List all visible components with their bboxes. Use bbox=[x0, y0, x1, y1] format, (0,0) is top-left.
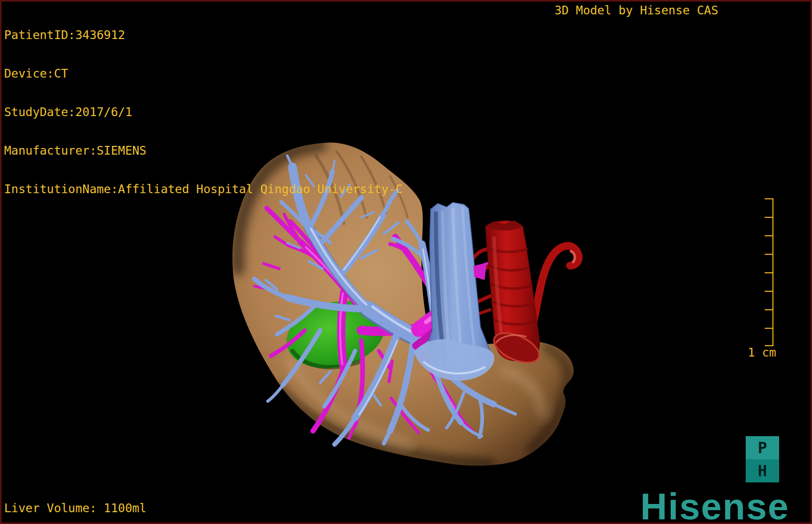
institution-line: InstitutionName:Affiliated Hospital Qing… bbox=[4, 183, 402, 196]
scale-bar-tick bbox=[765, 217, 773, 218]
scale-bar-tick bbox=[765, 291, 773, 292]
study-date-line: StudyDate:2017/6/1 bbox=[4, 106, 402, 119]
inferior-vena-cava bbox=[414, 202, 494, 381]
app-watermark: 3D Model by Hisense CAS bbox=[555, 4, 718, 17]
device-line: Device:CT bbox=[4, 67, 402, 80]
ph-badge-letter-p: P bbox=[746, 436, 779, 459]
scale-bar-tick bbox=[765, 254, 773, 255]
scale-bar-tick bbox=[765, 235, 773, 236]
scale-bar: 1 cm bbox=[742, 197, 783, 361]
scale-bar-label: 1 cm bbox=[748, 346, 776, 359]
application-window: PatientID:3436912 Device:CT StudyDate:20… bbox=[0, 0, 812, 524]
hisense-logo: Hisense bbox=[640, 485, 812, 524]
patient-id-line: PatientID:3436912 bbox=[4, 29, 402, 42]
scale-bar-tick bbox=[765, 309, 773, 310]
manufacturer-line: Manufacturer:SIEMENS bbox=[4, 144, 402, 157]
scale-bar-tick bbox=[765, 328, 773, 329]
ph-badge-icon: P H bbox=[746, 436, 779, 482]
scale-bar-tick bbox=[765, 198, 773, 199]
ph-badge-letter-h: H bbox=[746, 459, 779, 482]
scale-bar-tick bbox=[765, 272, 773, 273]
patient-info-block: PatientID:3436912 Device:CT StudyDate:20… bbox=[4, 3, 402, 221]
liver-volume-label: Liver Volume: 1100ml bbox=[4, 502, 146, 515]
